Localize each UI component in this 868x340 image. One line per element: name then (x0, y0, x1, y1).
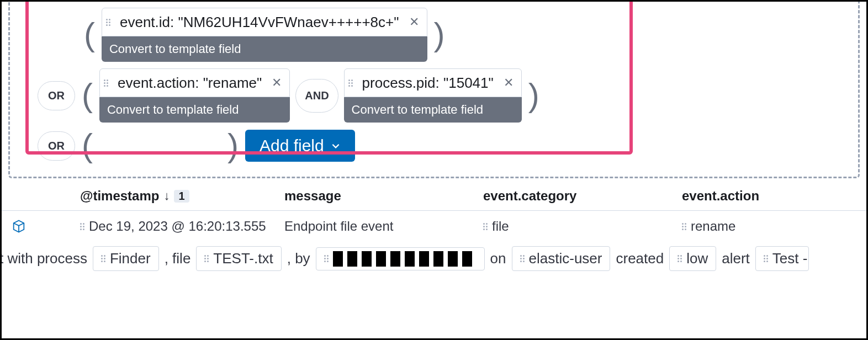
paren-open: ( (81, 129, 94, 162)
close-icon[interactable]: ✕ (269, 76, 289, 90)
field-block-process-pid: process.pid: "15041" ✕ Convert to templa… (344, 68, 522, 123)
cell-category: file (483, 219, 682, 234)
token-value: Test - (772, 250, 808, 267)
drag-handle-icon[interactable] (345, 69, 354, 97)
cell-timestamp: Dec 19, 2023 @ 16:20:13.555 (80, 219, 284, 234)
drag-handle-icon[interactable] (101, 255, 105, 262)
column-header-message[interactable]: message (284, 188, 483, 204)
sentence-text: , by (287, 250, 310, 267)
field-chip-text: event.id: "NM62UH14VvFWnaev+++++8c+" (112, 14, 407, 31)
sort-arrow-down-icon: ↓ (163, 189, 170, 203)
event-sentence: t with process Finder , file TEST-.txt ,… (0, 242, 866, 271)
drag-handle-icon[interactable] (100, 69, 110, 97)
drag-handle-icon[interactable] (520, 255, 525, 262)
field-block-event-id: event.id: "NM62UH14VvFWnaev+++++8c+" ✕ C… (102, 8, 427, 62)
cell-action: rename (682, 219, 860, 234)
or-operator[interactable]: OR (38, 81, 75, 110)
chevron-down-icon (331, 141, 341, 151)
field-chip-process-pid[interactable]: process.pid: "15041" ✕ (344, 68, 522, 97)
token-value: Finder (110, 250, 151, 267)
drag-handle-icon[interactable] (80, 223, 84, 230)
cell-value: file (492, 219, 509, 234)
drag-handle-icon[interactable] (678, 255, 682, 262)
query-row-1: ( event.id: "NM62UH14VvFWnaev+++++8c+" ✕… (83, 8, 846, 62)
sort-priority-badge: 1 (174, 190, 189, 203)
table-header: @timestamp ↓ 1 message event.category ev… (2, 178, 866, 210)
drag-handle-icon[interactable] (204, 255, 209, 262)
sentence-text: created (616, 250, 664, 267)
field-chip-text: process.pid: "15041" (354, 75, 501, 92)
drag-handle-icon[interactable] (483, 223, 488, 230)
redacted-user (333, 251, 477, 267)
query-builder-panel: ( event.id: "NM62UH14VvFWnaev+++++8c+" ✕… (8, 0, 860, 178)
and-operator[interactable]: AND (295, 79, 338, 113)
add-field-button[interactable]: Add field (245, 130, 355, 162)
field-chip-text: event.action: "rename" (110, 75, 269, 92)
paren-close: ) (226, 129, 240, 162)
convert-to-template-button[interactable]: Convert to template field (102, 36, 427, 62)
token-user[interactable] (316, 247, 485, 270)
field-chip-event-id[interactable]: event.id: "NM62UH14VvFWnaev+++++8c+" ✕ (102, 8, 427, 36)
token-severity[interactable]: low (669, 246, 716, 271)
cell-value: Dec 19, 2023 @ 16:20:13.555 (89, 219, 266, 234)
token-host[interactable]: elastic-user (512, 246, 611, 271)
column-header-category[interactable]: event.category (483, 188, 682, 204)
convert-to-template-button[interactable]: Convert to template field (99, 97, 290, 123)
token-value: low (686, 250, 708, 267)
sentence-text: , file (165, 250, 191, 267)
token-process[interactable]: Finder (93, 246, 159, 271)
paren-close: ) (433, 18, 446, 51)
token-rule[interactable]: Test - (755, 246, 809, 271)
field-block-event-action: event.action: "rename" ✕ Convert to temp… (99, 68, 290, 123)
add-field-label: Add field (260, 136, 324, 155)
field-chip-event-action[interactable]: event.action: "rename" ✕ (99, 68, 290, 97)
sentence-text: t with process (0, 250, 87, 267)
query-row-2: OR ( event.action: "rename" ✕ Convert to… (38, 68, 846, 123)
token-value: elastic-user (529, 250, 602, 267)
drag-handle-icon[interactable] (682, 223, 686, 230)
sentence-text: alert (722, 250, 750, 267)
cell-value: rename (691, 219, 735, 234)
column-header-timestamp[interactable]: @timestamp ↓ 1 (80, 188, 284, 204)
sentence-text: on (490, 250, 506, 267)
or-operator[interactable]: OR (38, 131, 75, 161)
table-row[interactable]: Dec 19, 2023 @ 16:20:13.555 Endpoint fil… (2, 211, 866, 242)
close-icon[interactable]: ✕ (501, 76, 521, 90)
token-value: TEST-.txt (213, 250, 273, 267)
paren-open: ( (81, 79, 94, 112)
paren-close: ) (527, 79, 541, 112)
drag-handle-icon[interactable] (102, 8, 112, 36)
drag-handle-icon[interactable] (764, 255, 768, 262)
column-header-label: @timestamp (80, 188, 159, 204)
cell-message: Endpoint file event (284, 219, 483, 234)
token-file[interactable]: TEST-.txt (196, 246, 281, 271)
close-icon[interactable]: ✕ (407, 15, 427, 29)
column-header-action[interactable]: event.action (682, 188, 860, 204)
expand-row-icon[interactable] (8, 219, 29, 234)
drag-handle-icon[interactable] (324, 255, 329, 262)
paren-open: ( (83, 18, 96, 51)
convert-to-template-button[interactable]: Convert to template field (344, 97, 522, 123)
query-row-3: OR ( ) Add field (38, 129, 846, 162)
